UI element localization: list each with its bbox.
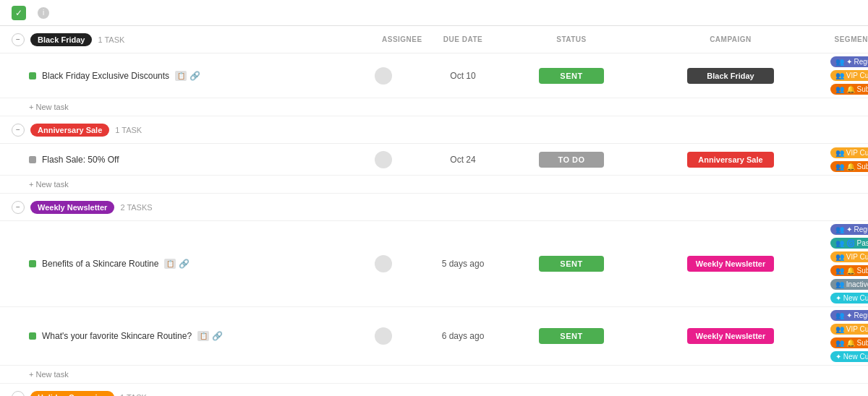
status-badge[interactable]: SENT	[539, 328, 604, 344]
task-name-cell: What's your favorite Skincare Routine? 📋…	[0, 331, 347, 341]
group-task-count-anniversary-sale: 1 TASK	[115, 126, 142, 134]
task-icons: 📋🔗	[175, 71, 200, 81]
col-assignee-header: ASSIGNEE	[347, 35, 420, 43]
add-task-row[interactable]: + New task	[0, 366, 868, 384]
col-campaign-header: CAMPAIGN	[637, 35, 825, 43]
add-task-row[interactable]: + New task	[0, 176, 868, 194]
campaign-cell: Anniversary Sale	[637, 152, 825, 168]
segment-tag: 👥 🔔 Subscribers	[830, 337, 868, 348]
segment-tag: ✦ New Customers	[830, 351, 868, 362]
campaign-cell: Weekly Newsletter	[637, 256, 825, 272]
segment-tag: 👥 VIP Customers	[830, 251, 868, 262]
segment-cell: 👥 ✦ Regular Customers👥 🌀 Past Customers👥…	[825, 221, 868, 306]
segment-tag: 👥 🌀 Past Customers	[830, 238, 868, 249]
group-title-cell-black-friday: − Black Friday 1 TASK	[0, 33, 347, 46]
assignee-cell	[347, 255, 420, 272]
group-expand-black-friday[interactable]: −	[12, 33, 25, 46]
due-date-cell: 5 days ago	[420, 259, 506, 269]
assignee-avatar[interactable]	[375, 255, 392, 272]
app-icon: ✓	[12, 6, 26, 20]
due-date-cell: Oct 24	[420, 155, 506, 165]
status-badge[interactable]: TO DO	[539, 152, 604, 168]
assignee-avatar[interactable]	[375, 67, 392, 85]
assignee-cell	[347, 67, 420, 85]
main-table: − Black Friday 1 TASK ASSIGNEE DUE DATE …	[0, 26, 868, 396]
group-expand-holiday-campaign[interactable]: −	[12, 391, 25, 397]
segment-cell: 👥 ✦ Regular Customers👥 VIP Customers👥 🔔 …	[825, 53, 868, 98]
doc-icon: 📋	[164, 259, 176, 269]
task-color-dot	[29, 72, 36, 79]
task-name-cell: Benefits of a Skincare Routine 📋🔗	[0, 259, 347, 269]
campaign-badge[interactable]: Black Friday	[687, 68, 774, 84]
status-badge[interactable]: SENT	[539, 256, 604, 272]
top-bar: ✓ i	[0, 0, 868, 26]
status-cell: SENT	[506, 256, 637, 272]
assignee-cell	[347, 327, 420, 345]
task-icons: 📋🔗	[164, 259, 190, 269]
task-name[interactable]: Flash Sale: 50% Off	[42, 155, 119, 165]
group-badge-holiday-campaign[interactable]: Holiday Campaign	[30, 391, 114, 397]
task-name[interactable]: Benefits of a Skincare Routine	[42, 259, 158, 269]
group-header-weekly-newsletter: − Weekly Newsletter 2 TASKS	[0, 194, 868, 221]
due-date-cell: Oct 10	[420, 71, 506, 81]
col-status-header: STATUS	[506, 35, 637, 43]
segment-tag: 👥 VIP Customers	[830, 70, 868, 81]
task-name[interactable]: What's your favorite Skincare Routine?	[42, 331, 192, 341]
segment-cell: 👥 VIP Customers👥 🔔 Subscribers	[825, 145, 868, 175]
table-row: What's your favorite Skincare Routine? 📋…	[0, 307, 868, 366]
doc-icon: 📋	[175, 71, 187, 81]
segment-tag: 👥 Inactive Users	[830, 279, 868, 290]
due-date-cell: 6 days ago	[420, 331, 506, 341]
task-name-cell: Black Friday Exclusive Discounts 📋🔗	[0, 71, 347, 81]
group-badge-black-friday[interactable]: Black Friday	[30, 33, 92, 46]
group-task-count-weekly-newsletter: 2 TASKS	[120, 203, 152, 212]
segment-tag: ✦ New Customers	[830, 293, 868, 304]
status-cell: SENT	[506, 68, 637, 84]
segment-tag: 👥 VIP Customers	[830, 147, 868, 158]
status-cell: TO DO	[506, 152, 637, 168]
doc-icon: 📋	[197, 331, 209, 341]
group-badge-anniversary-sale[interactable]: Anniversary Sale	[30, 124, 109, 137]
link-icon: 🔗	[179, 259, 190, 269]
task-color-dot	[29, 332, 36, 340]
col-duedate-header: DUE DATE	[420, 35, 506, 43]
link-icon: 🔗	[190, 71, 200, 81]
group-expand-weekly-newsletter[interactable]: −	[12, 201, 25, 214]
group-expand-anniversary-sale[interactable]: −	[12, 124, 25, 137]
group-task-count-holiday-campaign: 1 TASK	[120, 393, 147, 397]
new-task-button[interactable]	[55, 12, 64, 14]
campaign-badge[interactable]: Anniversary Sale	[687, 152, 774, 168]
group-title-cell-holiday-campaign: − Holiday Campaign 1 TASK	[0, 391, 347, 397]
assignee-avatar[interactable]	[375, 151, 392, 168]
task-icons: 📋🔗	[197, 331, 223, 341]
add-task-row[interactable]: + New task	[0, 98, 868, 116]
task-color-dot	[29, 260, 36, 267]
group-header-anniversary-sale: − Anniversary Sale 1 TASK	[0, 116, 868, 144]
group-title-cell-anniversary-sale: − Anniversary Sale 1 TASK	[0, 124, 347, 137]
group-task-count-black-friday: 1 TASK	[98, 35, 124, 44]
group-title-cell-weekly-newsletter: − Weekly Newsletter 2 TASKS	[0, 201, 347, 214]
table-row: Black Friday Exclusive Discounts 📋🔗 Oct …	[0, 53, 868, 98]
campaign-badge[interactable]: Weekly Newsletter	[687, 328, 774, 344]
status-badge[interactable]: SENT	[539, 68, 604, 84]
segment-tag: 👥 VIP Customers	[830, 324, 868, 335]
campaign-cell: Weekly Newsletter	[637, 328, 825, 344]
assignee-avatar[interactable]	[375, 327, 392, 345]
task-name-cell: Flash Sale: 50% Off	[0, 155, 347, 165]
segment-tag: 👥 🔔 Subscribers	[830, 265, 868, 276]
campaign-cell: Black Friday	[637, 68, 825, 84]
group-badge-weekly-newsletter[interactable]: Weekly Newsletter	[30, 201, 114, 214]
group-header-holiday-campaign: − Holiday Campaign 1 TASK	[0, 384, 868, 396]
table-row: Benefits of a Skincare Routine 📋🔗 5 days…	[0, 221, 868, 307]
info-icon[interactable]: i	[38, 7, 49, 19]
segment-tag: 👥 🔔 Subscribers	[830, 161, 868, 172]
segment-tag: 👥 ✦ Regular Customers	[830, 310, 868, 321]
segment-tag: 👥 ✦ Regular Customers	[830, 224, 868, 235]
campaign-badge[interactable]: Weekly Newsletter	[687, 256, 774, 272]
status-cell: SENT	[506, 328, 637, 344]
segment-tag: 👥 🔔 Subscribers	[830, 84, 868, 95]
task-name[interactable]: Black Friday Exclusive Discounts	[42, 71, 169, 81]
table-row: Flash Sale: 50% Off Oct 24 TO DO Anniver…	[0, 144, 868, 176]
assignee-cell	[347, 151, 420, 168]
task-color-dot	[29, 156, 36, 163]
